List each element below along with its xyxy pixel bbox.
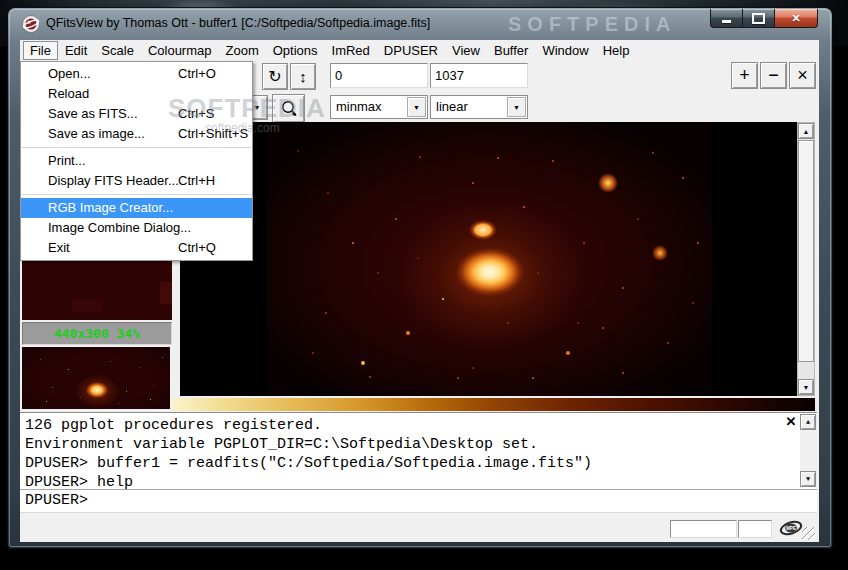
scale-mode-select[interactable]: minmax ▼ — [330, 95, 428, 119]
close-button[interactable]: ✕ — [774, 9, 818, 28]
menu-item-print[interactable]: Print... — [21, 151, 252, 171]
scroll-up-button[interactable]: ▲ — [798, 123, 814, 139]
image-vertical-scrollbar[interactable]: ▲ ▼ — [797, 122, 815, 396]
menu-item-label: Exit — [48, 240, 70, 255]
chevron-down-icon: ▼ — [407, 97, 426, 117]
file-menu-dropdown: Open...Ctrl+O Reload Save as FITS...Ctrl… — [20, 61, 253, 261]
minimize-icon — [722, 20, 731, 23]
menu-window[interactable]: Window — [535, 41, 595, 60]
sidebar-thumbnail-overview[interactable] — [22, 347, 170, 409]
zoom-info-label: 440x300 34% — [54, 326, 140, 341]
menu-item-display-fits-header[interactable]: Display FITS Header...Ctrl+H — [21, 171, 252, 191]
menu-item-open[interactable]: Open...Ctrl+O — [21, 64, 252, 84]
menu-shortcut: Ctrl+S — [178, 104, 214, 124]
maximize-icon — [752, 13, 765, 24]
menu-item-label: RGB Image Creator... — [48, 200, 173, 215]
menu-options[interactable]: Options — [266, 41, 325, 60]
status-field — [670, 520, 737, 538]
menu-buffer[interactable]: Buffer — [487, 41, 535, 60]
menu-dpuser[interactable]: DPUSER — [377, 41, 445, 60]
screen: SOFTPEDIA QFitsView by Thomas Ott - buff… — [0, 0, 848, 570]
scroll-up-button[interactable]: ▲ — [800, 414, 816, 430]
flip-vertical-button[interactable]: ↕ — [290, 63, 316, 90]
mpe-logo-icon: MPE — [779, 518, 803, 538]
titlebar[interactable]: QFitsView by Thomas Ott - buffer1 [C:/So… — [8, 8, 832, 40]
menu-item-label: Print... — [48, 153, 86, 168]
menubar: File Edit Scale Colourmap Zoom Options I… — [20, 40, 819, 61]
menu-item-image-combine-dialog[interactable]: Image Combine Dialog... — [21, 218, 252, 238]
minimize-button[interactable] — [710, 9, 743, 28]
display-function-select[interactable]: linear ▼ — [430, 95, 528, 119]
menu-imred[interactable]: ImRed — [325, 41, 377, 60]
console-close-button[interactable]: ✕ — [782, 414, 800, 430]
menu-item-rgb-image-creator[interactable]: RGB Image Creator... — [21, 198, 252, 218]
console-output[interactable]: 126 pgplot procedures registered. Enviro… — [20, 413, 799, 489]
menu-shortcut: Ctrl+H — [178, 171, 215, 191]
fits-image-canvas[interactable] — [267, 122, 712, 396]
scale-mode-value: minmax — [336, 99, 382, 114]
console-input-line[interactable]: DPUSER> — [20, 489, 817, 512]
menu-item-save-as-fits[interactable]: Save as FITS...Ctrl+S — [21, 104, 252, 124]
svg-text:MPE: MPE — [786, 526, 796, 531]
menu-zoom[interactable]: Zoom — [218, 41, 265, 60]
rotate-icon: ↻ — [268, 67, 281, 86]
menu-help[interactable]: Help — [596, 41, 637, 60]
console-scrollbar[interactable]: ▲ ▼ — [800, 414, 818, 487]
magnifier-plus-icon — [279, 99, 299, 119]
display-function-value: linear — [436, 99, 468, 114]
console-line: DPUSER> help — [25, 474, 133, 489]
arrow-up-icon: ▲ — [806, 418, 810, 426]
menu-scale[interactable]: Scale — [94, 41, 141, 60]
colormap-bar — [172, 398, 815, 411]
scrollbar-thumb[interactable] — [798, 140, 814, 362]
menu-item-reload[interactable]: Reload — [21, 84, 252, 104]
scroll-down-button[interactable]: ▼ — [800, 471, 816, 487]
menu-separator — [22, 194, 251, 195]
flip-vertical-icon: ↕ — [299, 68, 307, 85]
window-controls: ✕ — [710, 9, 818, 28]
zoom-in-button[interactable]: + — [731, 62, 758, 89]
dpuser-console: 126 pgplot procedures registered. Enviro… — [20, 412, 817, 512]
menu-item-label: Open... — [48, 66, 91, 81]
menu-item-label: Image Combine Dialog... — [48, 220, 191, 235]
arrow-up-icon: ▲ — [803, 128, 810, 135]
resize-grip[interactable] — [802, 527, 815, 540]
menu-item-label: Save as FITS... — [48, 106, 138, 121]
menu-shortcut: Ctrl+Q — [178, 238, 216, 258]
mpe-logo-button[interactable]: MPE — [777, 515, 804, 540]
menu-view[interactable]: View — [445, 41, 487, 60]
pixel-block — [160, 282, 172, 304]
cross-icon: × — [797, 65, 808, 86]
menu-item-label: Save as image... — [48, 126, 145, 141]
menu-item-exit[interactable]: ExitCtrl+Q — [21, 238, 252, 258]
minus-icon: − — [768, 65, 779, 86]
menu-shortcut: Ctrl+O — [178, 64, 216, 84]
titlebar-watermark: SOFTPEDIA — [508, 13, 676, 36]
close-buffer-button[interactable]: × — [789, 62, 816, 89]
statusbar: MPE — [20, 512, 817, 542]
console-line: DPUSER> buffer1 = readfits("C:/Softpedia… — [25, 455, 592, 472]
menu-separator — [22, 147, 251, 148]
app-icon — [22, 15, 40, 33]
cut-level-high-input[interactable] — [430, 63, 528, 88]
thumbnail-stars — [22, 347, 23, 348]
menu-edit[interactable]: Edit — [58, 41, 94, 60]
chevron-down-icon: ▼ — [507, 97, 526, 117]
rotate-button[interactable]: ↻ — [262, 63, 288, 90]
menu-item-save-as-image[interactable]: Save as image...Ctrl+Shift+S — [21, 124, 252, 144]
zoom-info-bar: 440x300 34% — [22, 322, 172, 345]
chevron-down-icon: ▼ — [254, 104, 261, 111]
star-field — [267, 122, 269, 124]
menu-shortcut: Ctrl+Shift+S — [178, 124, 248, 144]
window-title: QFitsView by Thomas Ott - buffer1 [C:/So… — [46, 16, 430, 30]
menu-colourmap[interactable]: Colourmap — [141, 41, 219, 60]
arrow-down-icon: ▼ — [803, 384, 810, 391]
zoom-out-button[interactable]: − — [760, 62, 787, 89]
close-icon: ✕ — [786, 414, 797, 429]
maximize-button[interactable] — [743, 9, 774, 28]
cut-level-low-input[interactable] — [330, 63, 428, 88]
image-display-area[interactable] — [180, 122, 797, 396]
magnifier-button[interactable] — [272, 94, 305, 123]
scroll-down-button[interactable]: ▼ — [798, 379, 814, 395]
menu-file[interactable]: File — [23, 41, 58, 60]
